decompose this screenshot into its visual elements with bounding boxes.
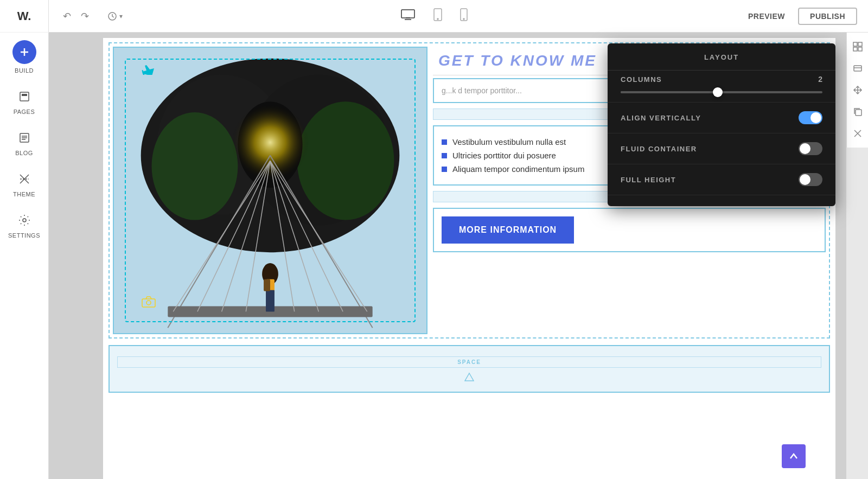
svg-rect-21 bbox=[858, 42, 862, 46]
fluid-container-toggle[interactable] bbox=[799, 142, 822, 155]
build-icon bbox=[12, 40, 36, 64]
theme-icon bbox=[15, 169, 34, 189]
toggle-knob-full-height bbox=[800, 174, 810, 185]
align-vertically-label: ALIGN VERTICALLY bbox=[621, 114, 701, 122]
pages-icon bbox=[15, 87, 34, 106]
history-button[interactable]: ▾ bbox=[103, 9, 127, 23]
publish-button[interactable]: PUBLISH bbox=[798, 8, 857, 25]
sidebar-pages-label: PAGES bbox=[14, 108, 35, 115]
copy-button[interactable] bbox=[848, 102, 867, 122]
device-switcher bbox=[132, 5, 736, 27]
bullet-text-3: Aliquam tempor condimentum ipsum bbox=[452, 164, 584, 174]
grid-view-button[interactable] bbox=[848, 37, 867, 56]
bullet-text-1: Vestibulum vestibulum nulla est bbox=[452, 137, 566, 146]
sidebar-item-build[interactable]: BUILD bbox=[0, 33, 48, 79]
align-vertically-row: ALIGN VERTICALLY bbox=[608, 103, 835, 133]
scroll-up-button[interactable] bbox=[782, 444, 806, 468]
bullet-marker-3 bbox=[442, 167, 447, 172]
slider-thumb[interactable] bbox=[713, 87, 723, 97]
svg-rect-23 bbox=[858, 47, 862, 51]
svg-rect-28 bbox=[856, 110, 861, 116]
blog-icon bbox=[15, 128, 34, 148]
sidebar-settings-label: SETTINGS bbox=[8, 232, 40, 239]
bullet-marker-2 bbox=[442, 153, 447, 158]
bullet-text-2: Ultricies porttitor dui posuere bbox=[452, 151, 556, 160]
mobile-device-button[interactable] bbox=[457, 5, 471, 27]
more-information-button[interactable]: MORE INFORMATION bbox=[442, 216, 574, 244]
more-info-section: MORE INFORMATION bbox=[433, 208, 826, 252]
heading-text: GET TO KNOW ME bbox=[438, 52, 597, 69]
columns-label: COLUMNS bbox=[621, 75, 662, 84]
svg-marker-56 bbox=[465, 373, 474, 381]
sidebar-item-blog[interactable]: BLOG bbox=[0, 120, 48, 162]
toggle-knob-align bbox=[810, 112, 821, 123]
bottom-space-section: SPACE bbox=[108, 345, 830, 393]
columns-slider-section: COLUMNS 2 bbox=[608, 71, 835, 103]
close-panel-button[interactable] bbox=[848, 124, 867, 143]
bullet-marker-1 bbox=[442, 139, 447, 145]
align-vertically-toggle[interactable] bbox=[799, 111, 822, 124]
sidebar-blog-label: BLOG bbox=[15, 150, 33, 156]
sidebar-item-settings[interactable]: SETTINGS bbox=[0, 203, 48, 244]
full-height-label: FULL HEIGHT bbox=[621, 176, 676, 184]
sidebar: W. BUILD PAGES BLOG THEME SETTINGS bbox=[0, 0, 49, 479]
fluid-container-label: FLUID CONTAINER bbox=[621, 145, 697, 153]
image-block[interactable] bbox=[113, 47, 427, 334]
camera-decoration bbox=[141, 295, 156, 311]
full-height-toggle[interactable] bbox=[799, 173, 822, 186]
svg-rect-2 bbox=[20, 92, 29, 101]
redo-button[interactable]: ↷ bbox=[78, 8, 92, 24]
sidebar-build-label: BUILD bbox=[15, 67, 34, 74]
app-logo: W. bbox=[0, 0, 49, 33]
svg-rect-3 bbox=[22, 94, 27, 96]
svg-rect-13 bbox=[401, 10, 414, 18]
svg-point-17 bbox=[437, 18, 438, 20]
topbar: ↶ ↷ ▾ PREVIEW PUBLISH bbox=[49, 0, 868, 33]
svg-rect-22 bbox=[853, 47, 857, 51]
layers-button[interactable] bbox=[848, 59, 867, 78]
svg-point-11 bbox=[23, 219, 26, 222]
right-panel bbox=[846, 33, 868, 148]
plane-decoration bbox=[141, 64, 156, 78]
columns-value: 2 bbox=[818, 75, 822, 84]
slider-fill bbox=[621, 91, 718, 93]
layout-panel-title: LAYOUT bbox=[608, 43, 835, 71]
svg-point-19 bbox=[463, 18, 464, 20]
layout-panel: LAYOUT COLUMNS 2 ALIGN VERTICALLY FLUID … bbox=[608, 43, 835, 206]
toggle-knob-fluid bbox=[800, 143, 810, 154]
settings-icon bbox=[15, 210, 34, 230]
svg-rect-24 bbox=[854, 66, 861, 71]
columns-slider-track[interactable] bbox=[621, 91, 822, 93]
svg-rect-20 bbox=[853, 42, 857, 46]
sidebar-item-pages[interactable]: PAGES bbox=[0, 79, 48, 120]
space-bar-bottom: SPACE bbox=[117, 356, 821, 368]
sidebar-theme-label: THEME bbox=[13, 191, 35, 197]
full-height-row: FULL HEIGHT bbox=[608, 164, 835, 195]
undo-button[interactable]: ↶ bbox=[60, 8, 74, 24]
fluid-container-row: FLUID CONTAINER bbox=[608, 133, 835, 164]
svg-point-55 bbox=[146, 301, 151, 305]
preview-button[interactable]: PREVIEW bbox=[742, 9, 792, 24]
tablet-device-button[interactable] bbox=[430, 5, 446, 27]
image-dashed-border bbox=[125, 59, 416, 322]
topbar-nav: ↶ ↷ bbox=[60, 8, 92, 24]
sidebar-item-theme[interactable]: THEME bbox=[0, 162, 48, 203]
desktop-device-button[interactable] bbox=[397, 5, 419, 27]
move-button[interactable] bbox=[848, 80, 867, 100]
topbar-actions: PREVIEW PUBLISH bbox=[742, 8, 857, 25]
